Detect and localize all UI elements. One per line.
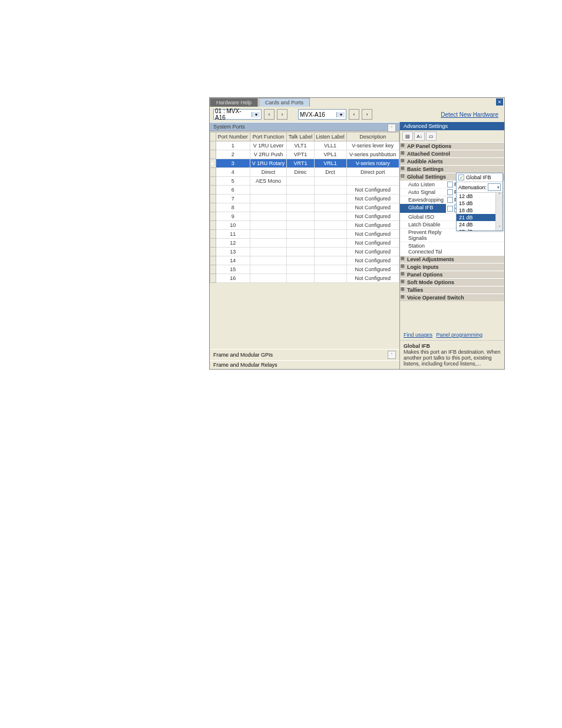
cell[interactable]: Drct (314, 168, 346, 177)
row-selector[interactable] (210, 212, 216, 221)
table-row[interactable]: 4DirectDirecDrctDirect port (210, 168, 399, 177)
cell[interactable] (250, 212, 287, 221)
cell[interactable] (314, 265, 346, 274)
cell[interactable]: Direct (250, 168, 287, 177)
row-selector[interactable] (210, 239, 216, 248)
row-selector[interactable] (210, 203, 216, 212)
global-ifb-popup[interactable]: Global IFB Attenuation: ▾ ˄˅ 12 dB15 dB1… (456, 173, 503, 231)
cell[interactable]: V 2RU Push (250, 150, 287, 159)
cell[interactable]: Not Configured (346, 186, 399, 195)
row-selector[interactable] (210, 195, 216, 203)
find-usages-link[interactable]: Find usages (404, 332, 432, 338)
cell[interactable] (287, 195, 314, 203)
card-prev-button[interactable]: ‹ (349, 109, 359, 120)
cell[interactable] (314, 256, 346, 265)
cell[interactable]: Not Configured (346, 195, 399, 203)
table-row[interactable]: 11Not Configured (210, 230, 399, 239)
row-selector[interactable] (210, 186, 216, 195)
cell[interactable] (250, 221, 287, 230)
cat-level-adjustments[interactable]: Level Adjustments (400, 255, 504, 263)
cell[interactable]: 11 (216, 230, 250, 239)
cell[interactable]: V 1RU Lever (250, 141, 287, 150)
cell[interactable] (250, 195, 287, 203)
cat-audible-alerts[interactable]: Audible Alerts (400, 157, 504, 165)
tab-cards-and-ports[interactable]: Cards and Ports (259, 98, 310, 107)
system-ports-header[interactable]: System Ports ˄ (210, 122, 399, 131)
cell[interactable]: 1 (216, 141, 250, 150)
cell[interactable] (314, 186, 346, 195)
popup-scrollbar[interactable]: ˄˅ (495, 193, 503, 230)
cell[interactable]: VRL1 (314, 159, 346, 168)
cell[interactable]: V-series lever key (346, 141, 399, 150)
cell[interactable] (287, 274, 314, 283)
cell[interactable] (287, 256, 314, 265)
cell[interactable] (314, 239, 346, 248)
cell[interactable]: 10 (216, 221, 250, 230)
checkbox-icon[interactable] (447, 182, 453, 187)
cell[interactable]: Not Configured (346, 203, 399, 212)
gpis-section[interactable]: Frame and Modular GPIs ˅ (210, 349, 399, 360)
cell[interactable] (287, 186, 314, 195)
scroll-up-icon[interactable]: ˄ (498, 193, 501, 197)
cell[interactable] (314, 177, 346, 186)
row-selector[interactable] (210, 177, 216, 186)
cell[interactable]: Not Configured (346, 230, 399, 239)
cell[interactable] (250, 186, 287, 195)
cell[interactable] (287, 203, 314, 212)
cell[interactable] (346, 177, 399, 186)
table-row[interactable]: 9Not Configured (210, 212, 399, 221)
cell[interactable]: V-series pushbutton (346, 150, 399, 159)
cat-tallies[interactable]: Tallies (400, 286, 504, 294)
cat-soft-mode-options[interactable]: Soft Mode Options (400, 278, 504, 286)
row-selector[interactable] (210, 150, 216, 159)
cat-logic-inputs[interactable]: Logic Inputs (400, 263, 504, 271)
cell[interactable] (250, 248, 287, 256)
cell[interactable]: V 1RU Rotary (250, 159, 287, 168)
cell[interactable]: 2 (216, 150, 250, 159)
cell[interactable] (287, 230, 314, 239)
cell[interactable]: VLL1 (314, 141, 346, 150)
detect-hardware-link[interactable]: Detect New Hardware (438, 111, 501, 118)
cell[interactable]: 14 (216, 256, 250, 265)
cell[interactable]: Not Configured (346, 248, 399, 256)
scroll-down-icon[interactable]: ˅ (498, 226, 501, 230)
cell[interactable] (250, 203, 287, 212)
cell[interactable]: 3 (216, 159, 250, 168)
cell[interactable]: VLT1 (287, 141, 314, 150)
table-row[interactable]: 10Not Configured (210, 221, 399, 230)
cell[interactable] (287, 212, 314, 221)
cell[interactable]: 16 (216, 274, 250, 283)
property-pages-button[interactable]: ▭ (426, 131, 437, 141)
table-row[interactable]: 13Not Configured (210, 248, 399, 256)
row-selector[interactable] (210, 274, 216, 283)
col-talk-label[interactable]: Talk Label (287, 133, 314, 141)
table-row[interactable]: 7Not Configured (210, 195, 399, 203)
cell[interactable] (314, 221, 346, 230)
categorized-button[interactable]: ▤ (402, 131, 413, 141)
cell[interactable]: 8 (216, 203, 250, 212)
slot-next-button[interactable]: › (277, 109, 287, 120)
table-row[interactable]: 2V 2RU PushVPT1VPL1V-series pushbutton (210, 150, 399, 159)
cell[interactable]: Direc (287, 168, 314, 177)
slot-prev-button[interactable]: ‹ (264, 109, 275, 120)
cell[interactable]: Not Configured (346, 256, 399, 265)
attenuation-list[interactable]: ˄˅ 12 dB15 dB18 dB21 dB24 dB27 dB30 dBFu… (457, 193, 503, 230)
cell[interactable]: Not Configured (346, 212, 399, 221)
cell[interactable]: Not Configured (346, 221, 399, 230)
row-selector[interactable] (210, 230, 216, 239)
cell[interactable]: 7 (216, 195, 250, 203)
cell[interactable]: VPT1 (287, 150, 314, 159)
table-row[interactable]: 1V 1RU LeverVLT1VLL1V-series lever key (210, 141, 399, 150)
cell[interactable] (314, 248, 346, 256)
cat-ap-panel[interactable]: AP Panel Options (400, 142, 504, 150)
card-dropdown[interactable]: MVX-A16 ▾ (298, 109, 346, 120)
cell[interactable] (250, 230, 287, 239)
cell[interactable] (287, 239, 314, 248)
cell[interactable]: 6 (216, 186, 250, 195)
cell[interactable] (287, 248, 314, 256)
cell[interactable] (314, 203, 346, 212)
cell[interactable]: Not Configured (346, 265, 399, 274)
cell[interactable] (314, 274, 346, 283)
slot-dropdown[interactable]: 01 : MVX-A16 ▾ (213, 109, 262, 120)
row-selector[interactable] (210, 256, 216, 265)
